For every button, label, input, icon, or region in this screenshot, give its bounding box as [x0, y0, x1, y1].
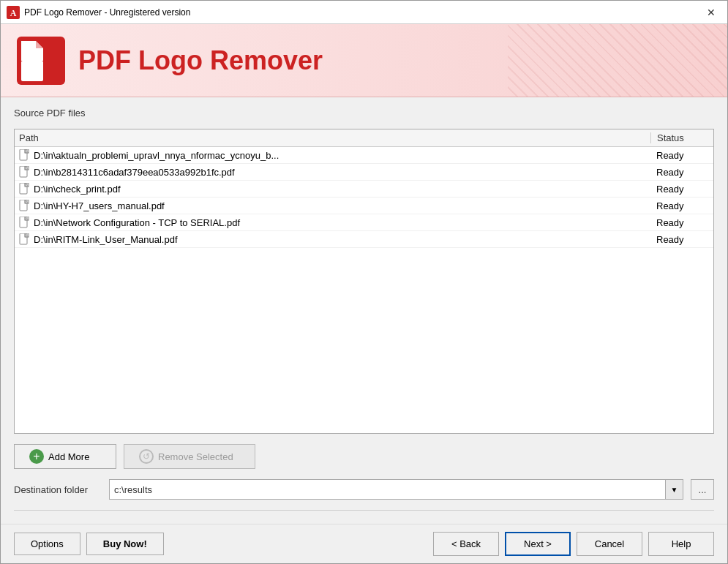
file-icon [19, 217, 29, 228]
file-icon [19, 233, 29, 245]
titlebar-icon: A [7, 6, 20, 19]
svg-rect-3 [21, 61, 43, 81]
add-icon: + [29, 449, 44, 464]
remove-selected-label: Remove Selected [158, 451, 233, 462]
file-path: D:\in\RITM-Link_User_Manual.pdf [34, 234, 650, 245]
help-button[interactable]: Help [648, 532, 714, 556]
remove-selected-button[interactable]: ↺ Remove Selected [124, 444, 255, 469]
file-icon [19, 183, 29, 195]
destination-combo[interactable]: c:\results ▼ [109, 479, 683, 500]
titlebar: A PDF Logo Remover - Unregistered versio… [1, 1, 727, 24]
destination-dropdown-button[interactable]: ▼ [665, 480, 683, 499]
file-status: Ready [650, 184, 709, 195]
back-button[interactable]: < Back [433, 532, 499, 556]
destination-label: Destination folder [14, 484, 102, 495]
options-button[interactable]: Options [14, 533, 80, 555]
table-row[interactable]: D:\in\aktualn_problemi_upravl_nnya_nform… [15, 147, 713, 164]
file-status: Ready [650, 150, 709, 161]
buy-now-button[interactable]: Buy Now! [86, 533, 164, 555]
file-path: D:\in\HY-H7_users_manual.pdf [34, 200, 650, 211]
main-window: A PDF Logo Remover - Unregistered versio… [0, 0, 728, 564]
table-row[interactable]: D:\in\HY-H7_users_manual.pdfReady [15, 198, 713, 214]
header-title: PDF Logo Remover [78, 45, 323, 76]
add-more-button[interactable]: + Add More [14, 444, 116, 469]
close-button[interactable]: ✕ [701, 2, 721, 23]
app-logo-icon [15, 35, 67, 86]
file-icon [19, 149, 29, 161]
table-row[interactable]: D:\in\Network Configuration - TCP to SER… [15, 214, 713, 231]
list-actions: + Add More ↺ Remove Selected [14, 444, 714, 469]
file-list-container: Path Status D:\in\aktualn_problemi_uprav… [14, 129, 714, 434]
file-path: D:\in\check_print.pdf [34, 184, 650, 195]
destination-value: c:\results [110, 484, 665, 495]
file-list-body[interactable]: D:\in\aktualn_problemi_upravl_nnya_nform… [15, 147, 713, 433]
add-more-label: Add More [48, 451, 89, 462]
source-section-label: Source PDF files [14, 108, 714, 119]
main-content: Source PDF files Path Status D:\in\aktua… [1, 97, 727, 524]
file-list-header: Path Status [15, 129, 713, 147]
file-icon [19, 166, 29, 178]
footer: Options Buy Now! < Back Next > Cancel He… [1, 524, 727, 563]
footer-divider [14, 510, 714, 511]
destination-browse-button[interactable]: ... [691, 479, 714, 500]
file-status: Ready [650, 217, 709, 228]
footer-left: Options Buy Now! [14, 533, 164, 555]
file-path: D:\in\b2814311c6adaf379eea0533a992b1fc.p… [34, 167, 650, 178]
table-row[interactable]: D:\in\check_print.pdfReady [15, 181, 713, 198]
footer-right: < Back Next > Cancel Help [433, 532, 714, 556]
cancel-button[interactable]: Cancel [577, 532, 642, 556]
svg-text:A: A [10, 8, 17, 18]
remove-icon: ↺ [139, 449, 154, 464]
file-status: Ready [650, 200, 709, 211]
file-path: D:\in\aktualn_problemi_upravl_nnya_nform… [34, 150, 650, 161]
file-icon [19, 200, 29, 211]
destination-row: Destination folder c:\results ▼ ... [14, 479, 714, 500]
header-banner: PDF Logo Remover [1, 24, 727, 97]
file-status: Ready [650, 234, 709, 245]
column-header-status: Status [650, 132, 709, 143]
file-status: Ready [650, 167, 709, 178]
next-button[interactable]: Next > [505, 532, 571, 556]
titlebar-title: PDF Logo Remover - Unregistered version [24, 7, 701, 18]
table-row[interactable]: D:\in\RITM-Link_User_Manual.pdfReady [15, 231, 713, 248]
file-path: D:\in\Network Configuration - TCP to SER… [34, 217, 650, 228]
table-row[interactable]: D:\in\b2814311c6adaf379eea0533a992b1fc.p… [15, 164, 713, 181]
column-header-path: Path [19, 132, 650, 143]
